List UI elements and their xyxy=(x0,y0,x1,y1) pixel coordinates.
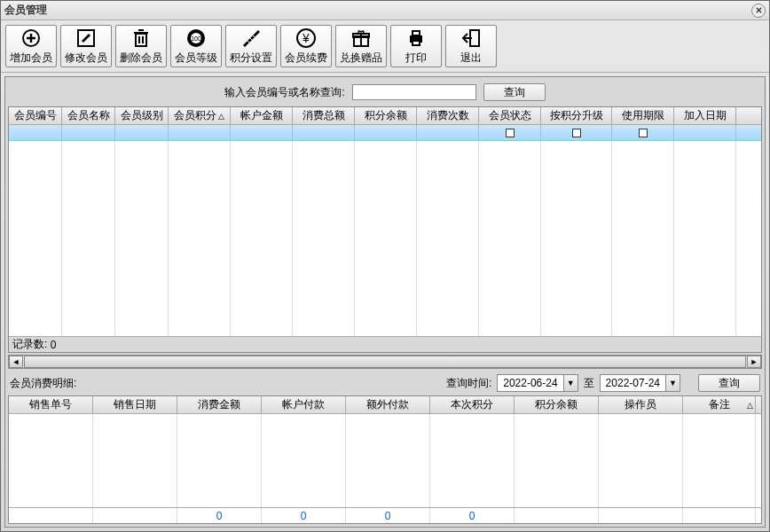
col-header[interactable]: 会员积分△ xyxy=(169,107,231,124)
print-icon xyxy=(405,27,427,49)
ruler-icon xyxy=(240,27,262,49)
svg-rect-23 xyxy=(412,31,420,35)
dropdown-icon[interactable]: ▼ xyxy=(563,375,578,391)
record-bar: 记录数: 0 xyxy=(9,336,761,352)
search-input[interactable] xyxy=(352,84,476,100)
date-from-value: 2022-06-24 xyxy=(498,377,562,389)
footer-cell xyxy=(599,508,683,523)
close-button[interactable] xyxy=(751,4,766,18)
col-header[interactable]: 按积分升级 xyxy=(541,107,612,124)
footer-cell xyxy=(93,508,177,523)
print-label: 打印 xyxy=(405,51,427,66)
col-header[interactable]: 备注△ xyxy=(683,396,756,413)
add-icon xyxy=(20,27,42,49)
footer-cell xyxy=(515,508,599,523)
member-level-button[interactable]: 100 会员等级 xyxy=(170,25,222,67)
svg-rect-6 xyxy=(136,34,146,46)
col-header[interactable]: 帐户付款 xyxy=(262,396,346,413)
detail-grid: 销售单号销售日期消费金额帐户付款额外付款本次积分积分余额操作员备注△ 0000 xyxy=(8,395,762,524)
footer-cell: 0 xyxy=(177,508,262,523)
col-header[interactable]: 本次积分 xyxy=(430,396,515,413)
col-header[interactable]: 消费次数 xyxy=(417,107,479,124)
print-button[interactable]: 打印 xyxy=(390,25,442,67)
col-header[interactable]: 消费金额 xyxy=(177,396,262,413)
exit-button[interactable]: 退出 xyxy=(445,25,497,67)
col-header[interactable]: 会员级别 xyxy=(115,107,169,124)
col-header[interactable]: 会员编号 xyxy=(9,107,62,124)
member-grid-header[interactable]: 会员编号会员名称会员级别会员积分△帐户金额消费总额积分余额消费次数会员状态按积分… xyxy=(9,107,761,125)
date-to-combo[interactable]: 2022-07-24 ▼ xyxy=(600,374,680,392)
col-header[interactable]: 加入日期 xyxy=(674,107,736,124)
edit-label: 修改会员 xyxy=(65,51,107,66)
add-label: 增加会员 xyxy=(10,51,52,66)
record-label: 记录数: xyxy=(12,337,47,352)
col-header[interactable]: 会员名称 xyxy=(62,107,115,124)
col-header[interactable]: 使用期限 xyxy=(612,107,674,124)
col-header[interactable]: 帐户金额 xyxy=(231,107,293,124)
yen-icon: ¥ xyxy=(295,27,317,49)
chip-icon: 100 xyxy=(185,27,207,49)
add-member-button[interactable]: 增加会员 xyxy=(5,25,57,67)
h-scrollbar[interactable]: ◄ ► xyxy=(8,355,762,369)
window: 会员管理 增加会员 修改会员 删除会员 100 会员等级 积分设置 ¥ 会员续费 xyxy=(0,0,770,532)
dropdown-icon[interactable]: ▼ xyxy=(665,375,680,391)
to-label: 至 xyxy=(584,376,594,391)
detail-grid-header[interactable]: 销售单号销售日期消费金额帐户付款额外付款本次积分积分余额操作员备注△ xyxy=(9,396,761,414)
col-header[interactable]: 操作员 xyxy=(599,396,683,413)
exit-icon xyxy=(460,27,482,49)
detail-search-button[interactable]: 查询 xyxy=(698,374,760,392)
col-header[interactable]: 消费总额 xyxy=(293,107,355,124)
content-panel: 输入会员编号或名称查询: 查询 会员编号会员名称会员级别会员积分△帐户金额消费总… xyxy=(4,76,766,528)
scroll-right-button[interactable]: ► xyxy=(747,356,761,368)
member-grid-selected-row[interactable] xyxy=(9,125,761,141)
svg-text:¥: ¥ xyxy=(302,31,310,45)
detail-title: 会员消费明细: xyxy=(10,376,76,391)
checkbox[interactable] xyxy=(639,129,648,137)
edit-member-button[interactable]: 修改会员 xyxy=(60,25,112,67)
search-button[interactable]: 查询 xyxy=(483,83,546,101)
date-to-value: 2022-07-24 xyxy=(601,377,665,389)
toolbar: 增加会员 修改会员 删除会员 100 会员等级 积分设置 ¥ 会员续费 兑换赠品 xyxy=(1,20,769,73)
scroll-left-button[interactable]: ◄ xyxy=(9,356,23,368)
svg-text:100: 100 xyxy=(191,35,201,42)
gift-button[interactable]: 兑换赠品 xyxy=(335,25,387,67)
record-count: 0 xyxy=(51,339,57,351)
titlebar: 会员管理 xyxy=(1,1,769,20)
footer-cell xyxy=(9,508,93,523)
date-from-combo[interactable]: 2022-06-24 ▼ xyxy=(497,374,578,392)
col-header[interactable]: 积分余额 xyxy=(355,107,417,124)
col-header[interactable]: 额外付款 xyxy=(346,396,430,413)
member-grid-body[interactable] xyxy=(9,125,761,336)
col-header[interactable]: 积分余额 xyxy=(515,396,599,413)
footer-cell: 0 xyxy=(346,508,430,523)
footer-cell: 0 xyxy=(430,508,515,523)
points-label: 积分设置 xyxy=(230,51,272,66)
checkbox[interactable] xyxy=(506,129,515,137)
gift-icon xyxy=(350,27,372,49)
search-label: 输入会员编号或名称查询: xyxy=(224,85,344,100)
scroll-thumb[interactable] xyxy=(24,356,746,368)
edit-icon xyxy=(75,27,97,49)
footer-cell: 0 xyxy=(262,508,346,523)
detail-bar: 会员消费明细: 查询时间: 2022-06-24 ▼ 至 2022-07-24 … xyxy=(8,369,762,395)
search-row: 输入会员编号或名称查询: 查询 xyxy=(8,80,762,106)
gift-label: 兑换赠品 xyxy=(340,51,382,66)
footer-cell xyxy=(683,508,756,523)
col-header[interactable]: 销售日期 xyxy=(93,396,177,413)
points-setting-button[interactable]: 积分设置 xyxy=(225,25,277,67)
level-label: 会员等级 xyxy=(175,51,217,66)
col-header[interactable]: 销售单号 xyxy=(9,396,93,413)
checkbox[interactable] xyxy=(572,129,581,137)
renew-button[interactable]: ¥ 会员续费 xyxy=(280,25,332,67)
delete-icon xyxy=(130,27,152,49)
detail-grid-body[interactable] xyxy=(9,414,761,507)
window-title: 会员管理 xyxy=(4,3,47,18)
col-header[interactable]: 会员状态 xyxy=(479,107,541,124)
renew-label: 会员续费 xyxy=(285,51,327,66)
close-icon xyxy=(755,6,763,14)
detail-grid-footer: 0000 xyxy=(9,507,761,523)
delete-member-button[interactable]: 删除会员 xyxy=(115,25,167,67)
time-label: 查询时间: xyxy=(446,376,491,391)
exit-label: 退出 xyxy=(460,51,482,66)
member-grid: 会员编号会员名称会员级别会员积分△帐户金额消费总额积分余额消费次数会员状态按积分… xyxy=(8,106,762,353)
